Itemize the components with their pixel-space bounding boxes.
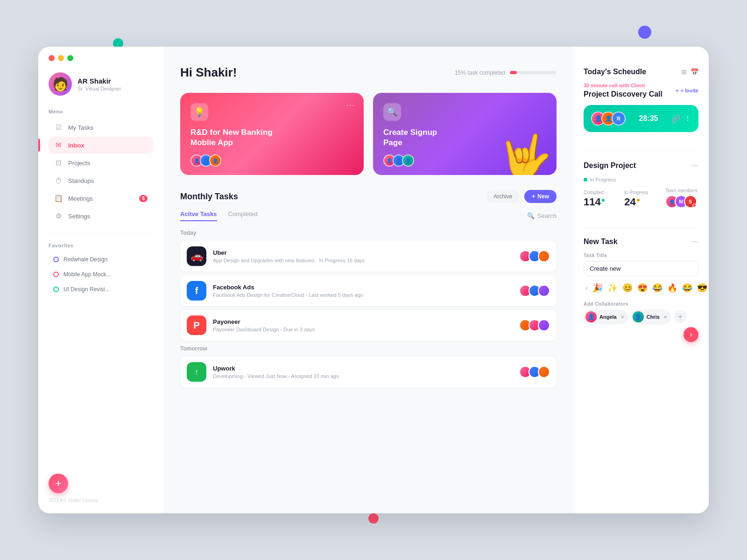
assignee-u3 <box>538 366 550 378</box>
angela-remove[interactable]: ✕ <box>620 315 624 320</box>
inbox-icon: ✉ <box>54 141 63 149</box>
angela-avatar: 👤 <box>585 311 597 322</box>
new-task-more-icon[interactable]: ··· <box>691 237 698 246</box>
emoji-4[interactable]: 😍 <box>635 281 649 295</box>
menu-label: Menu <box>49 109 153 114</box>
calendar-icon[interactable]: 📅 <box>691 68 698 76</box>
card-avatar-3: 👤 <box>209 154 221 167</box>
project-status: In Progress <box>584 177 698 182</box>
sidebar-item-settings[interactable]: ⚙ Settings <box>49 208 153 224</box>
chris-remove[interactable]: ✕ <box>663 315 667 320</box>
online-indicator <box>692 203 696 207</box>
schedule-header: Today's Scheudle ⊞ 📅 <box>584 68 698 76</box>
plus-invite-icon: + <box>676 88 678 93</box>
link-icon[interactable]: 🔗 <box>671 114 681 123</box>
project-card-signup[interactable]: 🔍 Create SignupPage 👤 👤 👤 🤟 <box>373 93 557 175</box>
new-task-button[interactable]: + New <box>524 190 557 203</box>
nav-label-settings: Settings <box>68 213 90 220</box>
uber-assignees <box>519 250 550 262</box>
nav-label-meetings: Meetings <box>68 195 93 202</box>
window-controls <box>49 55 73 61</box>
sidebar-item-meetings[interactable]: 📋 Meetings 5 <box>49 190 153 207</box>
assignee-fb3 <box>538 285 550 297</box>
add-button[interactable]: + <box>49 474 68 493</box>
sidebar-item-standups[interactable]: ⏱ Standups <box>49 172 153 189</box>
fav-item-ui[interactable]: UI Design Revisi... <box>49 283 153 296</box>
fav-item-mobile[interactable]: Mobile App Mock... <box>49 268 153 281</box>
task-item-upwork[interactable]: ↑ Upwork Developming - Viewed Just Now -… <box>180 357 557 387</box>
task-item-uber[interactable]: 🚗 Uber App Design and Upgrades with new … <box>180 241 557 272</box>
tab-active-tasks[interactable]: Acitve Tasks <box>180 210 217 221</box>
window-minimize-btn[interactable] <box>58 55 64 61</box>
chris-avatar: 👤 <box>633 311 644 322</box>
design-project-header: Design Project ··· <box>584 161 698 170</box>
team-avatars: 👤 M S <box>665 195 698 208</box>
add-collab-label: Add Collaborators <box>584 301 698 307</box>
task-title-input[interactable] <box>584 261 698 276</box>
event-title: Project Discovery Call <box>584 90 662 98</box>
emoji-8[interactable]: 😎 <box>695 281 709 295</box>
monthly-tasks-title: Monthly Tasks <box>180 192 238 202</box>
fav-dot-mobile <box>53 272 59 277</box>
uber-logo: 🚗 <box>187 246 206 266</box>
task-item-facebook[interactable]: f Facebook Ads Facebook Ads Design for C… <box>180 275 557 306</box>
call-timer: 28:35 <box>631 114 666 123</box>
window-close-btn[interactable] <box>49 55 55 61</box>
schedule-icons: ⊞ 📅 <box>681 68 698 76</box>
emoji-prev[interactable]: ‹ <box>584 284 590 292</box>
payoneer-assignees <box>519 319 550 331</box>
tab-completed[interactable]: Completed <box>228 210 258 221</box>
task-tabs: Acitve Tasks Completed 🔍 Search <box>180 210 557 221</box>
emoji-2[interactable]: ✨ <box>606 281 620 295</box>
fav-label-ui: UI Design Revisi... <box>63 286 110 293</box>
emoji-5[interactable]: 😂 <box>650 281 664 295</box>
add-icon: + <box>56 477 62 490</box>
emoji-7[interactable]: 😂 <box>680 281 694 295</box>
sidebar-item-projects[interactable]: ⊡ Projects <box>49 154 153 171</box>
decoration-dot-pink <box>368 513 379 524</box>
collab-chip-chris: 👤 Chris ✕ <box>631 309 671 324</box>
search-icon: 🔍 <box>387 107 397 117</box>
upwork-desc: Developming - Viewed Just Now - Assigned… <box>213 373 513 379</box>
emoji-1[interactable]: 🎉 <box>591 281 605 295</box>
window-maximize-btn[interactable] <box>67 55 73 61</box>
group-tomorrow: Tomorrow <box>180 345 557 352</box>
payoneer-info: Payoneer Payoneer Dashboard Design - Due… <box>213 318 513 332</box>
user-info: AR Shakir Sr. Visual Designer <box>78 77 121 91</box>
emoji-row: ‹ 🎉 ✨ 😊 😍 😂 🔥 😂 😎 › <box>584 281 698 295</box>
card-menu-banking[interactable]: ··· <box>346 101 355 110</box>
grid-icon[interactable]: ⊞ <box>681 68 687 76</box>
project-card-banking[interactable]: 💡 ··· R&D for New BankingMoblie App 👤 👤 … <box>180 93 364 175</box>
main-content: Hi Shakir! 15% task completed 💡 ··· R&D … <box>163 47 573 513</box>
nav-label-inbox: Inbox <box>68 142 85 149</box>
sidebar-item-my-tasks[interactable]: ☑ My Tasks <box>49 119 153 136</box>
facebook-name: Facebook Ads <box>213 284 513 291</box>
facebook-info: Facebook Ads Facebook Ads Design for Cre… <box>213 284 513 298</box>
uber-name: Uber <box>213 249 513 256</box>
sidebar-item-inbox[interactable]: ✉ Inbox <box>49 137 153 154</box>
search-button[interactable]: 🔍 Search <box>527 212 557 219</box>
facebook-desc: Facebook Ads Design for CreativeCloud - … <box>213 292 513 298</box>
app-window: 🧑 AR Shakir Sr. Visual Designer Menu ☑ M… <box>38 47 709 513</box>
call-avatars: 👤 👤 R <box>591 112 626 126</box>
invite-button[interactable]: + + Invite <box>676 88 698 93</box>
in-progress-dot <box>637 199 640 202</box>
card-title-banking: R&D for New BankingMoblie App <box>190 127 353 148</box>
progress-bar-bg <box>510 71 557 74</box>
next-button[interactable]: › <box>684 327 698 342</box>
facebook-assignees <box>519 285 550 297</box>
right-panel: Today's Scheudle ⊞ 📅 30 minute call with… <box>573 47 709 513</box>
upwork-assignees <box>519 366 550 378</box>
task-item-payoneer[interactable]: P Payoneer Payoneer Dashboard Design - D… <box>180 310 557 341</box>
archive-button[interactable]: Archive <box>486 190 520 203</box>
design-project-more-icon[interactable]: ··· <box>691 161 698 170</box>
fav-item-redwhale[interactable]: Redwhale Design <box>49 253 153 266</box>
task-title-label: Task Title <box>584 253 698 258</box>
more-call-icon[interactable]: ⋮ <box>684 114 691 123</box>
emoji-6[interactable]: 🔥 <box>665 281 679 295</box>
assignee-p3 <box>538 319 550 331</box>
add-collaborator-button[interactable]: + <box>674 310 687 323</box>
call-actions: 🔗 ⋮ <box>671 114 691 123</box>
call-card[interactable]: 👤 👤 R 28:35 🔗 ⋮ <box>584 105 698 132</box>
emoji-3[interactable]: 😊 <box>620 281 634 295</box>
